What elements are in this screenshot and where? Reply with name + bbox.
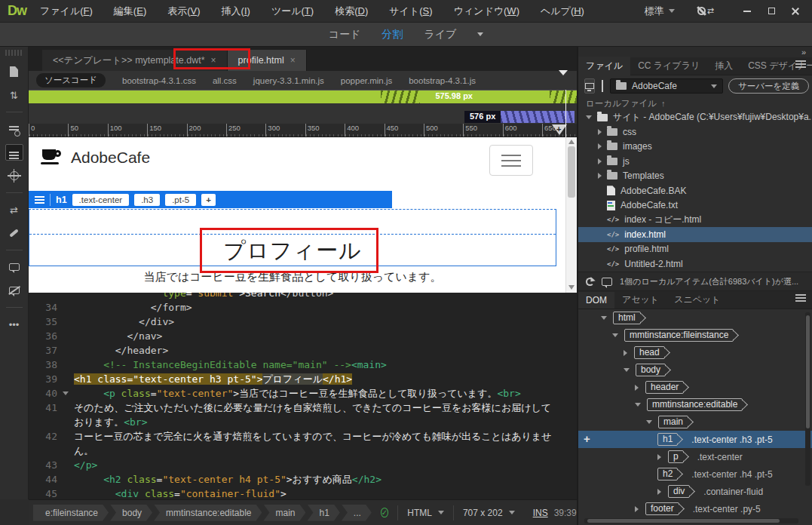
- panel-menu-icon[interactable]: [795, 297, 806, 299]
- dom-tree-item-header[interactable]: header: [578, 379, 812, 396]
- doc-type-select[interactable]: HTML: [397, 505, 453, 520]
- media-query-bar-purple[interactable]: 576 px: [464, 111, 575, 123]
- scrollbar-thumb[interactable]: [568, 146, 575, 198]
- tag-selector-[interactable]: ...: [342, 505, 372, 521]
- menu-item-e[interactable]: 編集(E): [114, 5, 146, 18]
- format-source-icon[interactable]: [5, 144, 23, 161]
- dom-tree-item-body[interactable]: body: [578, 361, 812, 379]
- dom-tag-pill[interactable]: h1: [657, 433, 678, 446]
- dom-horizontal-scrollbar[interactable]: [584, 518, 798, 523]
- code-line[interactable]: 44 <h2 class="text-center h4 pt-5">おすすめ商…: [29, 472, 577, 487]
- related-file[interactable]: bootstrap-4.3.1.css: [122, 76, 196, 85]
- code-line[interactable]: 39<h1 class="text-center h3 pt-5">プロフィール…: [29, 372, 577, 386]
- file-tree-item[interactable]: AdobeCafe.txt: [578, 198, 812, 212]
- code-line[interactable]: 36 </nav>: [29, 329, 577, 343]
- code-format-icon[interactable]: [5, 225, 23, 241]
- inspect-mode-icon[interactable]: [5, 167, 23, 184]
- dom-tree-item-mmtinstanceeditable[interactable]: mmtinstance:editable: [578, 396, 812, 413]
- dom-tree-item-h1[interactable]: +h1.text-center .h3 .pt-5: [578, 431, 812, 448]
- window-size-select[interactable]: 707 x 202: [453, 505, 524, 520]
- define-server-button[interactable]: サーバーを定義: [728, 78, 809, 94]
- apply-comment-icon[interactable]: [5, 259, 23, 275]
- menu-item-t[interactable]: ツール(T): [271, 5, 314, 18]
- live-view-dropdown-icon[interactable]: [477, 32, 483, 36]
- menu-item-d[interactable]: 検索(D): [335, 5, 368, 18]
- fold-icon[interactable]: [63, 391, 69, 395]
- tab-close-icon[interactable]: ×: [290, 55, 296, 66]
- file-tree-item[interactable]: </>index.html: [578, 227, 812, 241]
- menu-item-v[interactable]: 表示(V): [167, 5, 200, 18]
- close-button[interactable]: [785, 4, 806, 19]
- design-heading[interactable]: プロフィール: [223, 236, 361, 266]
- design-scrollbar[interactable]: [565, 137, 577, 293]
- code-line[interactable]: 42コーヒー豆の芯まで完全に火を通す焙煎をしていますので、コーヒーが冷めても雑味…: [29, 429, 577, 458]
- tab-insert[interactable]: 挿入: [707, 57, 740, 75]
- file-tree-item[interactable]: Templates: [578, 169, 812, 183]
- dom-tree-item-mmtinstancefileinstance[interactable]: mmtinstance:fileinstance: [578, 327, 812, 344]
- tag-selector-mmtinstanceeditable[interactable]: mmtinstance:editable: [154, 505, 262, 521]
- code-line[interactable]: 41そのため、ご注文いただいた後に必要な量だけを自家焙煎し、できたてのコーヒー豆…: [29, 401, 577, 429]
- panel-overflow-icon[interactable]: »: [801, 48, 806, 57]
- file-tree-item[interactable]: サイト - AdobeCafe (C:¥Users¥fujiw¥Desktop¥…: [578, 110, 812, 124]
- code-line[interactable]: 40 <p class="text-center">当店ではコーヒー豆を生鮮食品…: [29, 386, 577, 401]
- scroll-up-icon[interactable]: [568, 140, 575, 144]
- dom-tree-item-p[interactable]: p.text-center: [578, 448, 812, 465]
- tab-files[interactable]: ファイル: [578, 57, 630, 75]
- minimize-button[interactable]: [737, 4, 758, 19]
- source-code-button[interactable]: ソースコード: [36, 73, 106, 88]
- h1-element-outline[interactable]: プロフィール: [29, 234, 556, 267]
- design-paragraph[interactable]: 当店ではコーヒー豆を生鮮食品として取り扱っています。: [29, 270, 556, 284]
- element-class-pill[interactable]: .text-center: [72, 194, 130, 206]
- dom-tree-item-div[interactable]: div.container-fluid: [578, 483, 812, 500]
- file-tree-item[interactable]: </>profile.html: [578, 242, 812, 256]
- dom-tag-pill[interactable]: footer: [645, 502, 679, 515]
- dom-tag-pill[interactable]: div: [668, 485, 690, 498]
- log-icon[interactable]: [602, 278, 612, 286]
- code-line[interactable]: 34 </form>: [29, 300, 577, 315]
- remove-comment-icon[interactable]: [5, 282, 23, 299]
- dom-tree-item-head[interactable]: head: [578, 344, 812, 361]
- related-file[interactable]: bootstrap-4.3.1.js: [409, 76, 476, 85]
- tag-selector-efileinstance[interactable]: e:fileinstance: [33, 505, 109, 521]
- dom-tag-pill[interactable]: body: [636, 364, 666, 376]
- split-view-button[interactable]: 分割: [381, 28, 403, 41]
- swap-views-icon[interactable]: ⇄: [5, 201, 23, 218]
- toolbar-grip[interactable]: [5, 50, 23, 56]
- tag-selector-h1[interactable]: h1: [307, 505, 339, 521]
- element-class-pill[interactable]: .h3: [134, 194, 160, 206]
- dom-vertical-scrollbar[interactable]: [805, 312, 810, 486]
- file-management-icon[interactable]: ⇅: [5, 87, 23, 103]
- code-line[interactable]: 43</p>: [29, 458, 577, 472]
- add-class-button[interactable]: +: [201, 194, 216, 206]
- element-class-pill[interactable]: .pt-5: [165, 194, 196, 206]
- dom-tree-item-html[interactable]: html: [578, 309, 812, 327]
- file-tree-item[interactable]: js: [578, 154, 812, 168]
- scroll-down-icon[interactable]: [568, 285, 575, 290]
- live-view-options-icon[interactable]: [5, 121, 23, 137]
- menu-item-s[interactable]: サイト(S): [389, 5, 432, 18]
- insert-mode-label[interactable]: INS: [533, 508, 548, 518]
- panel-menu-icon[interactable]: [795, 63, 806, 65]
- tab-mytemplate[interactable]: <<テンプレート>> mytemplate.dwt* ×: [42, 50, 228, 71]
- tag-selector-body[interactable]: body: [110, 505, 152, 521]
- file-tree-item[interactable]: images: [578, 140, 812, 154]
- related-file[interactable]: all.css: [213, 76, 237, 85]
- tab-assets[interactable]: アセット: [614, 290, 666, 309]
- dom-tree-item-footer[interactable]: footer.text-center .py-5: [578, 500, 812, 517]
- git-button[interactable]: [600, 81, 605, 91]
- file-tree-item[interactable]: </>index - コピー.html: [578, 213, 812, 227]
- dom-tag-pill[interactable]: mmtinstance:fileinstance: [624, 329, 734, 342]
- dom-tag-pill[interactable]: p: [668, 450, 684, 463]
- file-tree-item[interactable]: </>Untitled-2.html: [578, 256, 812, 271]
- workspace-switcher[interactable]: 標準: [645, 5, 679, 18]
- code-line[interactable]: 35 </div>: [29, 315, 577, 329]
- navbar-toggler-button[interactable]: [489, 145, 533, 176]
- ruler-scrubber-handle[interactable]: +: [552, 124, 567, 137]
- code-line[interactable]: 38 <!-- InstanceBeginEditable name="main…: [29, 358, 577, 372]
- tag-selector-main[interactable]: main: [263, 505, 305, 521]
- filter-icon[interactable]: [559, 75, 568, 84]
- dom-tag-pill[interactable]: head: [634, 346, 665, 359]
- add-element-button[interactable]: +: [584, 432, 590, 445]
- site-view-button[interactable]: [584, 78, 595, 94]
- menu-item-f[interactable]: ファイル(F): [40, 5, 93, 18]
